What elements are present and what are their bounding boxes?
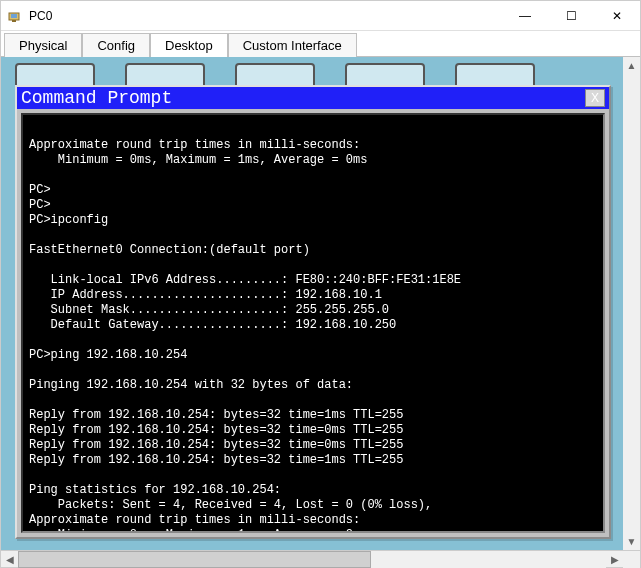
app-window: PC0 — ☐ ✕ Physical Config Desktop Custom… [0, 0, 641, 568]
command-prompt-output[interactable]: Approximate round trip times in milli-se… [21, 113, 605, 533]
close-button[interactable]: ✕ [594, 1, 640, 30]
tab-physical[interactable]: Physical [4, 33, 82, 57]
scroll-thumb[interactable] [18, 551, 371, 568]
tab-config[interactable]: Config [82, 33, 150, 57]
scroll-track[interactable] [18, 551, 606, 568]
scroll-left-button[interactable]: ◀ [1, 551, 18, 568]
app-icon [7, 8, 23, 24]
tab-custom-interface[interactable]: Custom Interface [228, 33, 357, 57]
command-prompt-close-button[interactable]: X [585, 89, 605, 107]
horizontal-scrollbar[interactable]: ◀ ▶ [1, 550, 640, 567]
svg-rect-1 [11, 14, 17, 18]
command-prompt-title: Command Prompt [21, 88, 585, 108]
minimize-button[interactable]: — [502, 1, 548, 30]
tab-bar: Physical Config Desktop Custom Interface [1, 31, 640, 57]
maximize-button[interactable]: ☐ [548, 1, 594, 30]
scroll-down-button[interactable]: ▼ [623, 533, 640, 550]
app-title: PC0 [29, 9, 502, 23]
desktop-content: Command Prompt X Approximate round trip … [1, 57, 623, 550]
tab-desktop[interactable]: Desktop [150, 33, 228, 57]
titlebar: PC0 — ☐ ✕ [1, 1, 640, 31]
svg-rect-2 [12, 20, 16, 22]
scroll-right-button[interactable]: ▶ [606, 551, 623, 568]
vertical-scrollbar[interactable]: ▲ ▼ [623, 57, 640, 550]
window-controls: — ☐ ✕ [502, 1, 640, 30]
command-prompt-titlebar[interactable]: Command Prompt X [17, 87, 609, 109]
scroll-up-button[interactable]: ▲ [623, 57, 640, 74]
command-prompt-window: Command Prompt X Approximate round trip … [15, 85, 611, 539]
